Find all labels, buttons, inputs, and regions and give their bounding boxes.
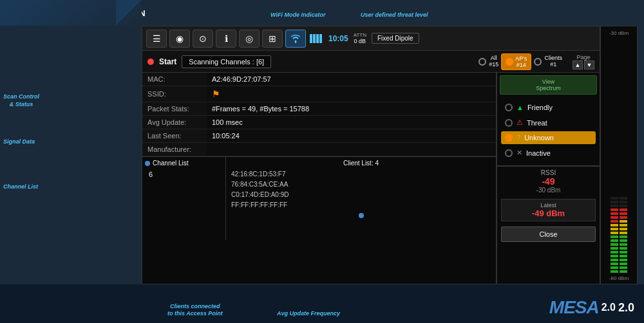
tab-all-label: All #15 — [489, 55, 498, 68]
menu-button[interactable]: ☰ — [146, 30, 167, 48]
threat-icon: ⚠ — [516, 118, 523, 127]
inactive-button[interactable]: ✕ Inactive — [501, 146, 596, 160]
tab-all-radio[interactable] — [478, 58, 486, 66]
right-panel: ViewSpectrum ▲ Friendly ⚠ Threat ? Unkno… — [497, 73, 600, 284]
toolbar-attn: ATTN 0 dB — [354, 32, 366, 44]
annotation-user-threat: User defined threat level — [361, 12, 428, 19]
mesa-text: MESA — [549, 297, 599, 318]
rssi-area: RSSI -49 -30 dBm — [497, 166, 600, 196]
annotation-scan-control: Scan Control& Status — [3, 93, 39, 108]
tab-ap[interactable]: AP's #14 — [501, 53, 531, 70]
avg-label: Avg Update: — [142, 116, 207, 129]
rssi-value: -49 — [501, 176, 596, 187]
view-spectrum-button[interactable]: ViewSpectrum — [500, 75, 597, 95]
mesa-version: 2.0 — [601, 302, 616, 313]
friendly-button[interactable]: ▲ Friendly — [501, 101, 596, 114]
packet-value: #Frames = 49, #Bytes = 15788 — [207, 102, 496, 116]
mac-label: MAC: — [142, 73, 207, 86]
lastseen-value: 10:05:24 — [207, 129, 496, 143]
inactive-radio[interactable] — [505, 149, 513, 157]
header-diagonal — [116, 0, 142, 26]
unknown-label: Unknown — [524, 134, 554, 142]
unknown-icon: ? — [516, 134, 520, 142]
info-table: MAC: A2:46:9D:27:07:57 SSID: ⚑ Packet St… — [142, 73, 496, 156]
location-button[interactable]: ◎ — [239, 30, 260, 48]
channel-number: 6 — [145, 169, 223, 180]
device-toolbar: ☰ ◉ ⊙ ℹ ◎ ⊞ 10:05 ATTN 0 dB Fixed Dipole — [142, 26, 600, 51]
threat-button[interactable]: ⚠ Threat — [501, 116, 596, 129]
client-list-header: Client List: 4 — [231, 160, 491, 167]
grid-button[interactable]: ⊞ — [262, 30, 283, 48]
mac-row: MAC: A2:46:9D:27:07:57 — [142, 73, 496, 86]
tab-clients-radio[interactable] — [534, 58, 542, 66]
packet-row: Packet Stats: #Frames = 49, #Bytes = 157… — [142, 102, 496, 116]
ssid-row: SSID: ⚑ — [142, 86, 496, 102]
channel-list-dot — [145, 161, 150, 166]
mesa-version-num: 2.0 — [618, 301, 634, 315]
tab-all[interactable]: All #15 — [478, 55, 498, 68]
mfg-value — [207, 143, 496, 156]
latest-box: Latest -49 dBm — [501, 199, 596, 221]
client-list-panel: Client List: 4 42:16:8C:1D:53:F7 76:84:C… — [226, 157, 496, 240]
tab-clients-label: Clients #1 — [544, 55, 562, 68]
start-label: Start — [159, 57, 176, 66]
antenna-label: Fixed Dipole — [372, 33, 419, 44]
unknown-radio[interactable] — [505, 134, 513, 142]
signal-meter-bars — [611, 40, 627, 273]
page-up-button[interactable]: ▲ — [573, 60, 583, 69]
avg-row: Avg Update: 100 msec — [142, 116, 496, 129]
ssid-icon: ⚑ — [212, 89, 220, 99]
classification-area: ▲ Friendly ⚠ Threat ? Unknown ✕ Inactive — [497, 97, 600, 166]
annotation-avg-update: Avg Update Frequency — [277, 310, 340, 318]
tab-ap-radio[interactable] — [506, 58, 513, 66]
tab-group: All #15 AP's #14 Clients #1 — [478, 53, 562, 70]
friendly-radio[interactable] — [505, 104, 513, 111]
page-down-button[interactable]: ▼ — [584, 60, 594, 69]
battery-icon — [310, 34, 322, 43]
rssi-dbm-top: -30 dBm — [501, 187, 596, 194]
mfg-row: Manufacturer: — [142, 143, 496, 156]
lastseen-row: Last Seen: 10:05:24 — [142, 129, 496, 143]
lastseen-label: Last Seen: — [142, 129, 207, 143]
camera-button[interactable]: ⊙ — [193, 30, 213, 48]
audio-button[interactable]: ◉ — [169, 30, 190, 48]
client-addr-1: 42:16:8C:1D:53:F7 — [231, 169, 491, 180]
tab-clients[interactable]: Clients #1 — [534, 55, 562, 68]
mac-value: A2:46:9D:27:07:57 — [207, 73, 496, 86]
mesa-logo: MESA 2.0 2.0 — [549, 297, 634, 318]
client-indicator-dot — [359, 213, 364, 218]
svg-point-0 — [295, 40, 297, 42]
client-addr-2: 76:84:C3:5A:CE:AA — [231, 180, 491, 190]
client-addresses: 42:16:8C:1D:53:F7 76:84:C3:5A:CE:AA C0:1… — [231, 169, 491, 210]
annotation-channel-list: Channel List — [3, 183, 38, 191]
close-button[interactable]: Close — [501, 226, 596, 242]
annotation-clients: Clients connectedto this Access Point — [167, 303, 223, 318]
page-label: Page — [576, 54, 590, 60]
mfg-label: Manufacturer: — [142, 143, 207, 156]
device-info-panel: MAC: A2:46:9D:27:07:57 SSID: ⚑ Packet St… — [142, 73, 497, 284]
annotation-wifi-mode: WiFi Mode Indicator — [270, 12, 325, 19]
annotation-signal-data: Signal Data — [3, 138, 35, 146]
scanning-status: Scanning Channels : [6] — [182, 55, 271, 68]
toolbar-time: 10:05 — [328, 34, 348, 43]
unknown-button[interactable]: ? Unknown — [501, 131, 596, 144]
rssi-label: RSSI — [501, 169, 596, 176]
channel-list-panel: Channel List 6 — [142, 157, 226, 240]
friendly-icon: ▲ — [516, 104, 524, 111]
lists-area: Channel List 6 Client List: 4 42:16:8C:1… — [142, 156, 496, 240]
ssid-value: ⚑ — [207, 86, 496, 102]
dbm-top-label: -30 dBm — [609, 30, 629, 36]
content-area: MAC: A2:46:9D:27:07:57 SSID: ⚑ Packet St… — [142, 73, 600, 284]
avg-value: 100 msec — [207, 116, 496, 129]
page-controls: Page ▲ ▼ — [573, 54, 594, 69]
start-indicator — [147, 59, 154, 65]
wifi-button[interactable] — [285, 30, 306, 48]
info-button[interactable]: ℹ — [216, 30, 236, 48]
bottom-bar: Clients connectedto this Access Point Av… — [0, 284, 644, 323]
page-arrows: ▲ ▼ — [573, 60, 594, 69]
threat-radio[interactable] — [505, 119, 513, 127]
packet-label: Packet Stats: — [142, 102, 207, 116]
client-addr-3: C0:17:4D:ED:A0:9D — [231, 190, 491, 200]
main-panel: ☰ ◉ ⊙ ℹ ◎ ⊞ 10:05 ATTN 0 dB Fixed Dipole — [142, 26, 600, 284]
ssid-label: SSID: — [142, 86, 207, 102]
